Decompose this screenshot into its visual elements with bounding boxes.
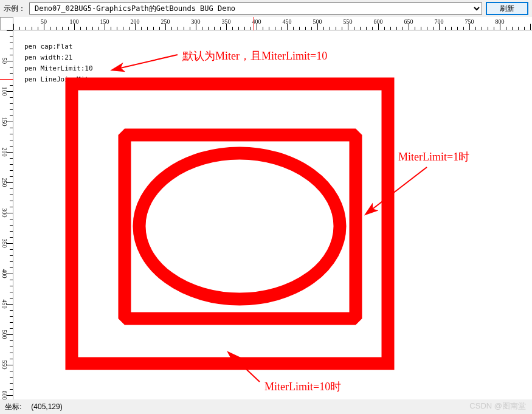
watermark: CSDN @图南堂 [469,401,526,412]
annotation-miter10: MiterLimit=10时 [264,379,341,394]
canvas-area[interactable]: pen cap:Flat pen width:21 pen MiterLimit… [13,30,532,399]
annotation-miter1: MiterLimit=1时 [398,150,469,164]
toolbar-label: 示例： [4,4,26,14]
svg-line-4 [366,167,427,214]
coord-label: 坐标: [5,402,21,412]
cursor-guide-v [254,17,254,30]
toolbar: 示例： Demo07_02BUG5-GraphicsPath的GetBounds… [0,0,532,17]
annotation-default-miter: 默认为Miter，且MiterLimit=10 [182,49,327,63]
vertical-ruler: 50100150200250300350400450500550600 [0,30,13,399]
svg-point-2 [139,153,340,299]
drawing-svg [13,30,532,399]
statusbar: 坐标: (405,129) [0,399,532,414]
ruler-corner [0,17,13,30]
svg-rect-1 [125,135,356,319]
refresh-button[interactable]: 刷新 [486,2,528,15]
svg-line-3 [112,55,178,70]
horizontal-ruler: 5010015020025030035040045050055060065070… [13,17,532,30]
demo-select[interactable]: Demo07_02BUG5-GraphicsPath的GetBounds BUG… [29,2,482,15]
coord-value: (405,129) [31,402,62,411]
cursor-guide-h [0,79,13,80]
